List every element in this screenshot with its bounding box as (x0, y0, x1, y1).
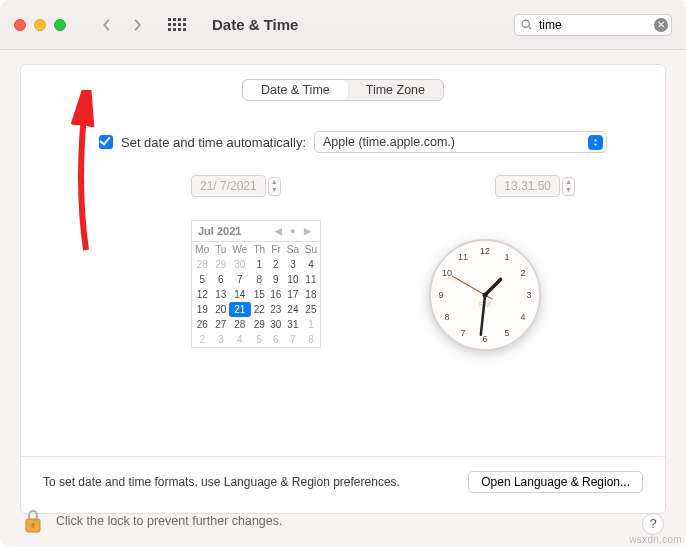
calendar-dow: Sa (284, 242, 302, 258)
time-server-field[interactable]: Apple (time.apple.com.) (314, 131, 607, 153)
calendar-day[interactable]: 28 (229, 317, 251, 332)
date-input[interactable]: 21/ 7/2021 (191, 175, 266, 197)
svg-text:9: 9 (438, 290, 443, 300)
svg-point-0 (522, 20, 529, 27)
tabs: Date & Time Time Zone (242, 79, 444, 101)
calendar-day[interactable]: 15 (251, 287, 268, 302)
svg-text:3: 3 (526, 290, 531, 300)
calendar-day[interactable]: 26 (192, 317, 213, 332)
close-window[interactable] (14, 19, 26, 31)
calendar-day[interactable]: 8 (302, 332, 321, 348)
time-stepper[interactable]: ▲▼ (562, 177, 575, 196)
svg-text:1: 1 (504, 252, 509, 262)
open-language-region-button[interactable]: Open Language & Region... (468, 471, 643, 493)
calendar-dow: Th (251, 242, 268, 258)
calendar-day[interactable]: 1 (251, 257, 268, 272)
calendar-day[interactable]: 31 (284, 317, 302, 332)
calendar-nav[interactable]: ◀ ● ▶ (275, 226, 314, 236)
calendar-dow: Fr (268, 242, 284, 258)
minimize-window[interactable] (34, 19, 46, 31)
calendar-day[interactable]: 27 (213, 317, 230, 332)
calendar-day[interactable]: 2 (192, 332, 213, 348)
svg-text:6: 6 (482, 334, 487, 344)
calendar-day[interactable]: 13 (213, 287, 230, 302)
tab-time-zone[interactable]: Time Zone (348, 80, 443, 100)
calendar-day[interactable]: 7 (229, 272, 251, 287)
calendar-day[interactable]: 25 (302, 302, 321, 317)
svg-text:7: 7 (460, 328, 465, 338)
calendar-day[interactable]: 30 (229, 257, 251, 272)
svg-text:5: 5 (504, 328, 509, 338)
calendar-dow: Su (302, 242, 321, 258)
calendar-day[interactable]: 1 (302, 317, 321, 332)
date-stepper[interactable]: ▲▼ (268, 177, 281, 196)
calendar-day[interactable]: 3 (284, 257, 302, 272)
svg-point-17 (483, 293, 488, 298)
calendar-day[interactable]: 4 (302, 257, 321, 272)
auto-set-checkbox[interactable] (99, 135, 113, 149)
back-button[interactable] (100, 18, 114, 32)
calendar-day[interactable]: 11 (302, 272, 321, 287)
calendar-day[interactable]: 12 (192, 287, 213, 302)
lock-icon[interactable] (22, 507, 44, 535)
page-title: Date & Time (212, 16, 298, 33)
calendar-day[interactable]: 28 (192, 257, 213, 272)
calendar-day[interactable]: 2 (268, 257, 284, 272)
calendar-dow: We (229, 242, 251, 258)
auto-set-label: Set date and time automatically: (121, 135, 306, 150)
calendar-day[interactable]: 10 (284, 272, 302, 287)
time-input[interactable]: 13.31.50 (495, 175, 560, 197)
time-server-dropdown[interactable] (588, 135, 603, 150)
watermark: wsxdn.com (629, 534, 682, 545)
search-field[interactable]: ✕ (514, 14, 672, 36)
svg-text:8: 8 (444, 312, 449, 322)
calendar-day[interactable]: 23 (268, 302, 284, 317)
svg-text:12: 12 (480, 246, 490, 256)
svg-text:2: 2 (521, 268, 526, 278)
analog-clock: 123456789101112 PM (425, 235, 545, 355)
calendar-day[interactable]: 7 (284, 332, 302, 348)
calendar-day[interactable]: 6 (268, 332, 284, 348)
show-all-icon[interactable] (168, 18, 186, 31)
calendar-day[interactable]: 21 (229, 302, 251, 317)
calendar-day[interactable]: 5 (251, 332, 268, 348)
footer-text: To set date and time formats, use Langua… (43, 475, 400, 489)
calendar-day[interactable]: 29 (213, 257, 230, 272)
calendar-day[interactable]: 18 (302, 287, 321, 302)
svg-rect-19 (32, 523, 35, 528)
search-clear-icon[interactable]: ✕ (654, 18, 668, 32)
calendar-day[interactable]: 20 (213, 302, 230, 317)
calendar-day[interactable]: 22 (251, 302, 268, 317)
calendar-day[interactable]: 6 (213, 272, 230, 287)
tab-date-time[interactable]: Date & Time (243, 80, 348, 100)
calendar-day[interactable]: 24 (284, 302, 302, 317)
svg-text:4: 4 (521, 312, 526, 322)
help-button[interactable]: ? (642, 513, 664, 535)
calendar-day[interactable]: 29 (251, 317, 268, 332)
calendar[interactable]: Jul 2021 ◀ ● ▶ MoTuWeThFrSaSu 2829301234… (191, 220, 321, 348)
calendar-day[interactable]: 5 (192, 272, 213, 287)
svg-text:10: 10 (442, 268, 452, 278)
forward-button[interactable] (130, 18, 144, 32)
calendar-month: Jul 2021 (198, 225, 241, 237)
calendar-day[interactable]: 3 (213, 332, 230, 348)
calendar-day[interactable]: 19 (192, 302, 213, 317)
search-icon (520, 18, 533, 31)
calendar-day[interactable]: 16 (268, 287, 284, 302)
calendar-day[interactable]: 14 (229, 287, 251, 302)
calendar-day[interactable]: 17 (284, 287, 302, 302)
search-input[interactable] (514, 14, 672, 36)
calendar-day[interactable]: 9 (268, 272, 284, 287)
calendar-dow: Tu (213, 242, 230, 258)
calendar-day[interactable]: 8 (251, 272, 268, 287)
calendar-day[interactable]: 4 (229, 332, 251, 348)
svg-text:11: 11 (458, 252, 468, 262)
zoom-window[interactable] (54, 19, 66, 31)
calendar-day[interactable]: 30 (268, 317, 284, 332)
lock-text: Click the lock to prevent further change… (56, 514, 283, 528)
calendar-dow: Mo (192, 242, 213, 258)
